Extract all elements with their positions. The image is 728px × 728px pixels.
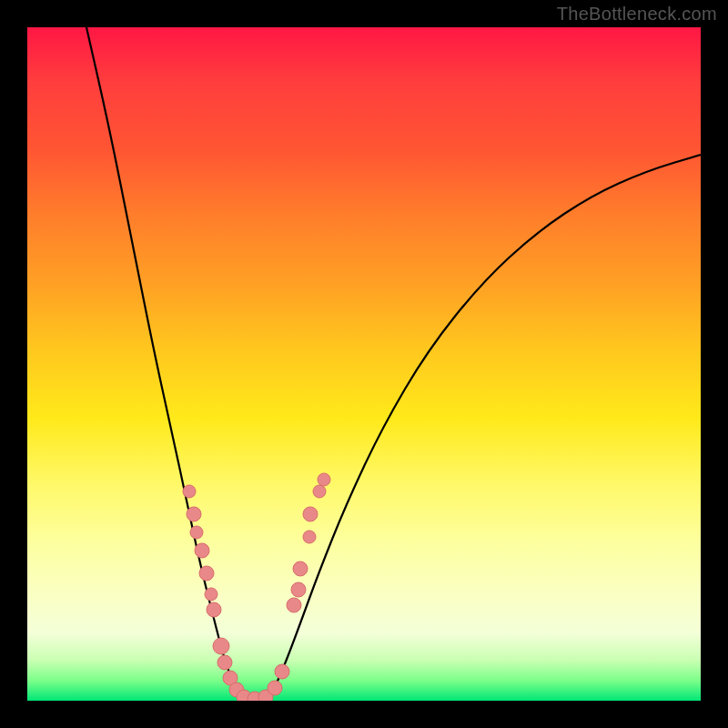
scatter-dot: [190, 526, 203, 539]
scatter-dot: [303, 531, 316, 543]
scatter-dot: [291, 582, 306, 597]
scatter-dot: [187, 507, 201, 521]
scatter-dot: [207, 602, 221, 617]
scatter-dot: [217, 655, 232, 670]
watermark-text: TheBottleneck.com: [557, 4, 717, 25]
chart-svg: [27, 27, 701, 701]
scatter-dot: [318, 473, 330, 486]
curve-right-branch: [264, 155, 701, 699]
scatter-dot: [268, 681, 282, 695]
curve-left-branch: [86, 27, 246, 699]
scatter-dot: [275, 664, 289, 679]
scatter-dot: [287, 598, 301, 612]
scatter-dot: [293, 561, 308, 576]
scatter-dot: [195, 543, 209, 558]
scatter-dot: [199, 566, 214, 581]
scatter-dot: [213, 638, 229, 654]
scatter-dot: [303, 507, 318, 521]
scatter-dot: [183, 485, 196, 498]
scatter-dot: [205, 588, 217, 601]
chart-plot-area: [27, 27, 701, 701]
scatter-dot: [313, 485, 326, 498]
